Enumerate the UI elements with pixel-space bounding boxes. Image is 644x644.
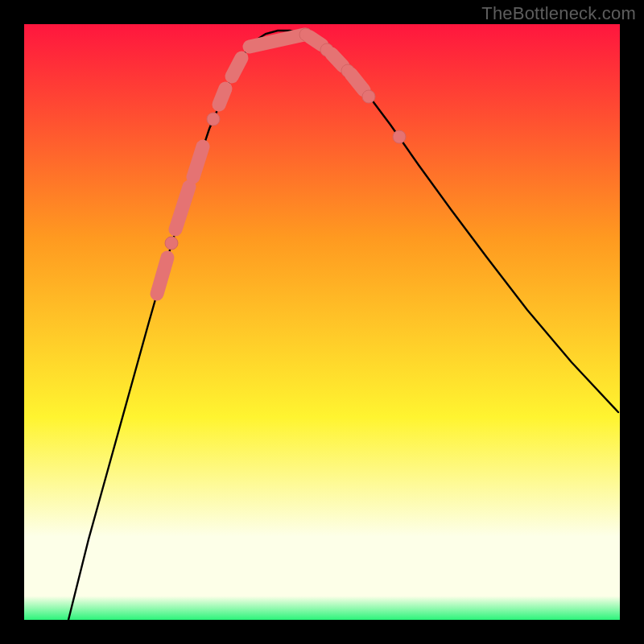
curve-marker-dot	[165, 237, 178, 250]
curve-marker-dot	[362, 90, 375, 103]
curve-marker-pill	[232, 58, 242, 76]
curve-marker-pill	[332, 54, 343, 66]
curve-marker-pill	[193, 147, 203, 177]
plot-area	[24, 24, 620, 620]
gradient-background	[24, 24, 620, 620]
curve-marker-dot	[393, 130, 406, 143]
curve-marker-pill	[219, 89, 225, 105]
chart-svg	[24, 24, 620, 620]
chart-frame: TheBottleneck.com	[0, 0, 644, 644]
curve-marker-pill	[310, 37, 322, 45]
watermark-text: TheBottleneck.com	[481, 3, 636, 24]
curve-marker-dot	[207, 113, 220, 126]
